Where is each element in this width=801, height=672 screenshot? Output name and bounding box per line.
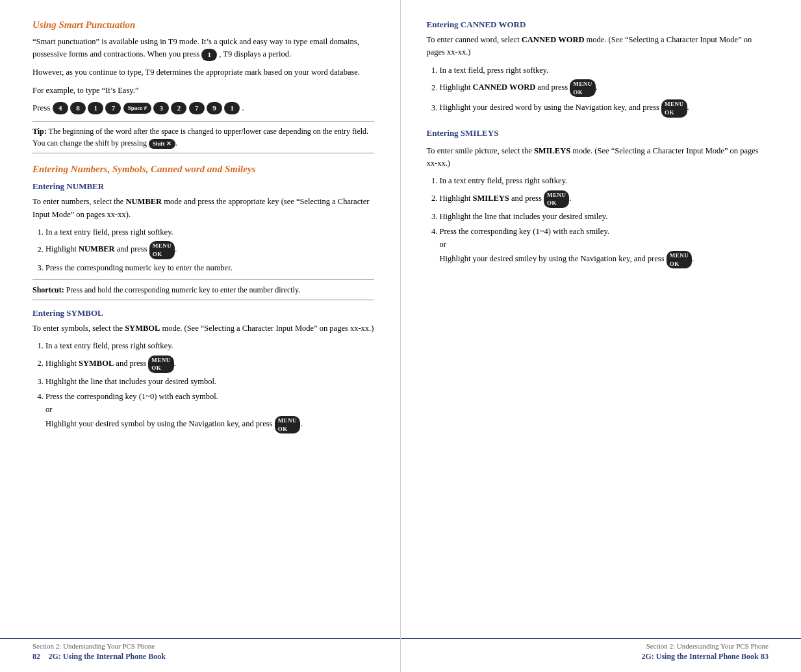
key-8: 8 xyxy=(70,102,86,114)
key-3: 3 xyxy=(153,102,169,114)
menu-btn-canned: MENUOK xyxy=(570,79,596,97)
shortcut-box: Shortcut: Press and hold the correspondi… xyxy=(32,279,374,300)
key-9: 9 xyxy=(207,102,222,114)
number-step-3: Press the corresponding numeric key to e… xyxy=(45,262,374,274)
symbol-steps-list: In a text entry field, press right softk… xyxy=(32,340,374,433)
number-bold: NUMBER xyxy=(126,197,162,206)
canned-subheading: Entering CANNED WORD xyxy=(427,19,769,30)
canned-step-2: Highlight CANNED WORD and press MENUOK. xyxy=(440,79,769,97)
canned-bold: CANNED WORD xyxy=(522,35,585,44)
key-1a: 1 xyxy=(88,102,103,114)
number-subheading: Entering NUMBER xyxy=(32,181,374,192)
shortcut-content: Press and hold the corresponding numeric… xyxy=(64,285,300,294)
symbol-subheading: Entering SYMBOL xyxy=(32,308,374,318)
left-footer: Section 2: Understanding Your PCS Phone … xyxy=(0,638,400,662)
right-footer-page-line: 2G: Using the Internal Phone Book 83 xyxy=(641,651,769,662)
right-footer-section: Section 2: Understanding Your PCS Phone xyxy=(641,641,769,651)
number-intro-para: To enter numbers, select the NUMBER mode… xyxy=(32,196,374,221)
number-step-2: Highlight NUMBER and press MENUOK. xyxy=(45,241,374,259)
menu-btn-number: MENUOK xyxy=(149,241,175,259)
key-4: 4 xyxy=(53,102,68,114)
key-1-btn: 1 xyxy=(201,49,217,61)
press-label: Press xyxy=(32,103,50,112)
shift-key-btn: Shift ✕ xyxy=(149,139,175,149)
key-7b: 7 xyxy=(189,102,205,114)
key-7a: 7 xyxy=(105,102,121,114)
symbol-step-3: Highlight the line that includes your de… xyxy=(45,376,374,388)
right-footer: Section 2: Understanding Your PCS Phone … xyxy=(401,638,802,662)
menu-btn-symbol: MENUOK xyxy=(148,355,174,373)
left-footer-section: Section 2: Understanding Your PCS Phone xyxy=(32,641,166,651)
symbol-step-2: Highlight SYMBOL and press MENUOK. xyxy=(45,355,374,373)
symbol-intro-para: To enter symbols, select the SYMBOL mode… xyxy=(32,322,374,335)
smileys-steps-list: In a text entry field, press right softk… xyxy=(427,175,769,268)
menu-btn-canned-step3: MENUOK xyxy=(661,99,687,117)
key-1b: 1 xyxy=(224,102,240,114)
tip-box: Tip: The beginning of the word after the… xyxy=(32,121,374,153)
smileys-step-2: Highlight SMILEYS and press MENUOK. xyxy=(440,190,769,208)
number-bold-step2: NUMBER xyxy=(79,245,115,254)
smileys-bold-step2: SMILEYS xyxy=(473,194,509,203)
smileys-intro-para: To enter smile picture, select the SMILE… xyxy=(427,145,769,170)
tip-content: The beginning of the word after the spac… xyxy=(32,127,368,148)
canned-step-1: In a text field, press right softkey. xyxy=(440,64,769,77)
section-break: Entering Numbers, Symbols, Canned word a… xyxy=(32,164,374,175)
left-footer-page-line: 82 2G: Using the Internal Phone Book xyxy=(32,651,166,662)
left-main-heading: Using Smart Punctuation xyxy=(32,19,374,31)
left-footer-book-label: 2G: Using the Internal Phone Book xyxy=(49,652,166,661)
canned-steps-list: In a text field, press right softkey. Hi… xyxy=(427,64,769,118)
right-footer-book-label: 2G: Using the Internal Phone Book xyxy=(641,652,758,661)
key-space: Space # xyxy=(123,103,151,114)
right-page-num: 83 xyxy=(761,652,769,661)
intro-para-1: “Smart punctuation” is available using i… xyxy=(32,36,374,61)
menu-btn-symbol-step4: MENUOK xyxy=(275,416,301,433)
menu-btn-smileys: MENUOK xyxy=(544,190,570,208)
menu-btn-smileys-step4: MENUOK xyxy=(667,251,693,268)
symbol-bold: SYMBOL xyxy=(125,324,160,333)
left-page: Using Smart Punctuation “Smart punctuati… xyxy=(0,0,401,672)
intro-para-2: However, as you continue to type, T9 det… xyxy=(32,66,374,79)
smileys-step-3: Highlight the line that includes your de… xyxy=(440,211,769,223)
canned-step-3: Highlight your desired word by using the… xyxy=(440,99,769,117)
canned-bold-step2: CANNED WORD xyxy=(473,83,536,92)
smileys-bold: SMILEYS xyxy=(534,146,570,155)
period-char: . xyxy=(242,103,244,112)
key-2: 2 xyxy=(171,102,186,114)
smileys-subheading: Entering SMILEYS xyxy=(427,128,769,138)
left-page-label xyxy=(42,652,46,661)
intro-para-3: For example, to type “It’s Easy.” xyxy=(32,84,374,97)
smileys-step-1: In a text entry field, press right softk… xyxy=(440,175,769,187)
right-footer-content: Section 2: Understanding Your PCS Phone … xyxy=(641,641,801,662)
left-page-num: 82 xyxy=(32,652,40,661)
symbol-step-4: Press the corresponding key (1~0) with e… xyxy=(45,391,374,433)
symbol-bold-step2: SYMBOL xyxy=(79,359,114,368)
shortcut-label: Shortcut: xyxy=(32,285,64,294)
smileys-step-4: Press the corresponding key (1~4) with e… xyxy=(440,226,769,268)
number-step-1: In a text entry field, press right softk… xyxy=(45,226,374,239)
tip-label: Tip: xyxy=(32,127,47,136)
canned-intro-para: To enter canned word, select CANNED WORD… xyxy=(427,34,769,59)
key-sequence-row: Press 4 8 1 7 Space # 3 2 7 9 1 . xyxy=(32,102,374,114)
left-footer-content: Section 2: Understanding Your PCS Phone … xyxy=(0,641,166,662)
symbol-step-1: In a text entry field, press right softk… xyxy=(45,340,374,352)
right-page: Entering CANNED WORD To enter canned wor… xyxy=(401,0,802,672)
section-heading-numbers-symbols: Entering Numbers, Symbols, Canned word a… xyxy=(32,164,374,175)
number-steps-list: In a text entry field, press right softk… xyxy=(32,226,374,274)
